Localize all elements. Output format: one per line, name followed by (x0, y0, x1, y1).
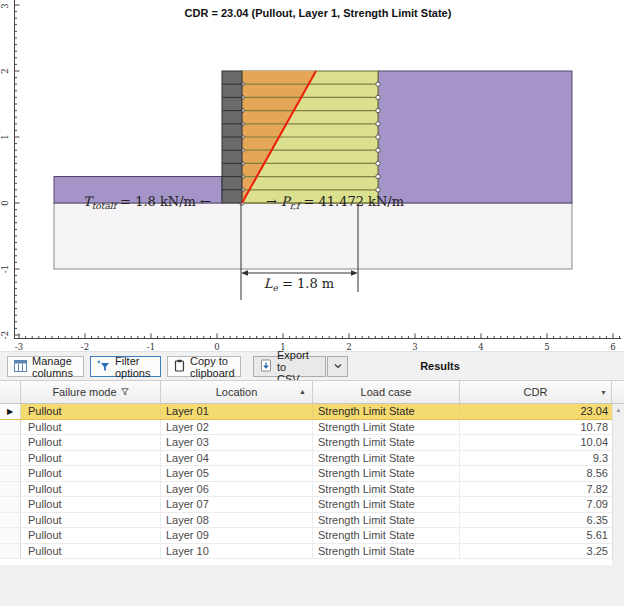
svg-text:-2: -2 (0, 331, 10, 339)
cell-load-case: Strength Limit State (313, 451, 460, 466)
vertical-scrollbar[interactable]: ▲ (612, 404, 624, 560)
chart-panel: CDR = 23.04 (Pullout, Layer 1, Strength … (0, 0, 624, 352)
table-row[interactable]: PulloutLayer 05Strength Limit State8.56 (0, 466, 612, 482)
cell-location: Layer 07 (161, 497, 313, 512)
cell-load-case: Strength Limit State (313, 404, 460, 419)
manage-columns-button[interactable]: Manage columns (7, 356, 84, 377)
header-gutter-cell (0, 381, 21, 403)
manage-columns-label: Manage columns (32, 355, 77, 379)
svg-text:5: 5 (544, 342, 549, 352)
cell-failure-mode: Pullout (21, 513, 161, 528)
svg-text:4: 4 (478, 342, 483, 352)
cell-cdr: 3.25 (460, 544, 612, 559)
cell-load-case: Strength Limit State (313, 420, 460, 435)
svg-text:-3: -3 (15, 342, 23, 352)
cell-cdr: 7.09 (460, 497, 612, 512)
table-row[interactable]: PulloutLayer 09Strength Limit State5.61 (0, 528, 612, 544)
cell-load-case: Strength Limit State (313, 466, 460, 481)
cell-load-case: Strength Limit State (313, 482, 460, 497)
cell-location: Layer 01 (161, 404, 313, 419)
table-row[interactable]: PulloutLayer 06Strength Limit State7.82 (0, 482, 612, 498)
cell-failure-mode: Pullout (21, 404, 161, 419)
svg-text:6: 6 (610, 342, 615, 352)
table-row[interactable]: PulloutLayer 02Strength Limit State10.78 (0, 420, 612, 436)
dimension-arrow-right (351, 270, 358, 276)
copy-to-clipboard-button[interactable]: Copy to clipboard (167, 356, 241, 377)
svg-text:2: 2 (346, 342, 351, 352)
svg-text:1: 1 (0, 134, 10, 139)
row-gutter-cell[interactable] (0, 482, 21, 497)
cell-location: Layer 03 (161, 435, 313, 450)
cell-failure-mode: Pullout (21, 544, 161, 559)
table-row[interactable]: PulloutLayer 08Strength Limit State6.35 (0, 513, 612, 529)
row-gutter-cell[interactable] (0, 466, 21, 481)
filter-icon (97, 360, 110, 374)
table-row[interactable]: PulloutLayer 04Strength Limit State9.3 (0, 451, 612, 467)
grid-header: Failure mode Location ▲ Load case CDR ▼ (0, 380, 624, 404)
cell-location: Layer 09 (161, 528, 313, 543)
column-header-load-case[interactable]: Load case (313, 381, 460, 403)
row-gutter-cell[interactable] (0, 528, 21, 543)
column-header-location[interactable]: Location ▲ (161, 381, 313, 403)
cell-load-case: Strength Limit State (313, 435, 460, 450)
selected-row-marker[interactable]: ▶ (0, 404, 21, 419)
row-gutter-cell[interactable] (0, 451, 21, 466)
cell-location: Layer 05 (161, 466, 313, 481)
cell-load-case: Strength Limit State (313, 497, 460, 512)
table-row[interactable]: PulloutLayer 03Strength Limit State10.04 (0, 435, 612, 451)
cell-cdr: 5.61 (460, 528, 612, 543)
cell-failure-mode: Pullout (21, 420, 161, 435)
grid-body: ▶PulloutLayer 01Strength Limit State23.0… (0, 404, 612, 565)
export-to-csv-button[interactable]: Export to CSV... (253, 356, 326, 377)
export-dropdown-button[interactable] (327, 356, 348, 377)
svg-text:-2: -2 (81, 342, 89, 352)
column-header-cdr[interactable]: CDR ▼ (460, 381, 612, 403)
load-case-header-label: Load case (361, 386, 412, 398)
svg-text:3: 3 (0, 3, 10, 8)
scroll-up-icon[interactable]: ▲ (613, 407, 624, 413)
export-csv-icon (260, 359, 272, 374)
row-gutter-cell[interactable] (0, 544, 21, 559)
svg-text:0: 0 (0, 200, 10, 205)
cell-cdr: 10.04 (460, 435, 612, 450)
location-header-label: Location (216, 386, 258, 398)
svg-text:0: 0 (214, 342, 219, 352)
cell-load-case: Strength Limit State (313, 528, 460, 543)
column-header-failure-mode[interactable]: Failure mode (21, 381, 161, 403)
cell-location: Layer 08 (161, 513, 313, 528)
cross-section-plot: CDR = 23.04 (Pullout, Layer 1, Strength … (0, 0, 624, 352)
cell-cdr: 6.35 (460, 513, 612, 528)
manage-columns-icon (14, 360, 27, 374)
cell-cdr: 8.56 (460, 466, 612, 481)
svg-text:-1: -1 (0, 265, 10, 273)
chevron-down-icon (333, 361, 343, 373)
svg-text:-1: -1 (147, 342, 155, 352)
column-menu-icon[interactable]: ▼ (600, 389, 607, 396)
retained-soil-region (378, 71, 572, 203)
sort-ascending-icon: ▲ (299, 388, 306, 395)
cell-cdr: 9.3 (460, 451, 612, 466)
application-window: CDR = 23.04 (Pullout, Layer 1, Strength … (0, 0, 624, 606)
cell-cdr: 23.04 (460, 404, 612, 419)
table-row[interactable]: PulloutLayer 07Strength Limit State7.09 (0, 497, 612, 513)
table-row[interactable]: ▶PulloutLayer 01Strength Limit State23.0… (0, 404, 612, 420)
cell-location: Layer 10 (161, 544, 313, 559)
table-row[interactable]: PulloutLayer 10Strength Limit State3.25 (0, 544, 612, 560)
row-gutter-cell[interactable] (0, 497, 21, 512)
copy-to-clipboard-label: Copy to clipboard (190, 355, 235, 379)
cdr-header-label: CDR (524, 386, 548, 398)
header-scroll-corner (612, 381, 624, 403)
filter-options-button[interactable]: Filter options (90, 356, 161, 377)
cell-location: Layer 06 (161, 482, 313, 497)
cell-location: Layer 04 (161, 451, 313, 466)
row-gutter-cell[interactable] (0, 513, 21, 528)
svg-text:2: 2 (0, 68, 10, 73)
row-gutter-cell[interactable] (0, 435, 21, 450)
failure-mode-header-label: Failure mode (52, 386, 116, 398)
cell-failure-mode: Pullout (21, 497, 161, 512)
filter-options-label: Filter options (115, 355, 154, 379)
cell-location: Layer 02 (161, 420, 313, 435)
column-filter-icon[interactable] (121, 386, 129, 398)
row-gutter-cell[interactable] (0, 420, 21, 435)
plot-title: CDR = 23.04 (Pullout, Layer 1, Strength … (185, 7, 452, 19)
